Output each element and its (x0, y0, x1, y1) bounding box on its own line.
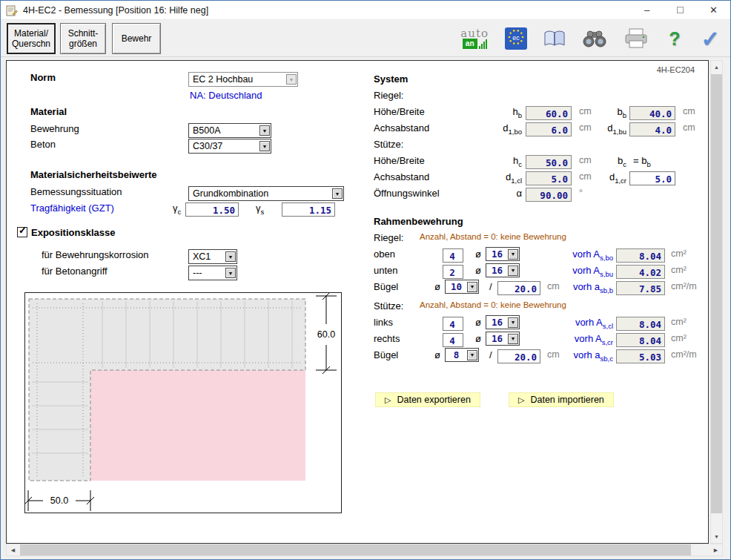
help-button[interactable]: ? (665, 23, 684, 54)
unit-cm2: cm² (671, 333, 687, 343)
links-durchmesser-dropdown[interactable]: 16 ▼ (486, 315, 520, 329)
printer-icon (624, 28, 649, 49)
stuetze-note: Anzahl, Abstand = 0: keine Bewehrung (420, 300, 566, 309)
dropdown-arrow-icon[interactable]: ▼ (508, 249, 518, 260)
achsabstand-label: Achsabstand (374, 171, 429, 182)
title-bar: 4H-EC2 - Bemessung [Position 16: Hilfe n… (1, 1, 730, 20)
import-button[interactable]: ▷ Daten importieren (509, 392, 614, 407)
scroll-left-icon: ◀ (11, 547, 15, 553)
vorh-asbu-field: 4.02 (616, 265, 665, 279)
tab-material-querschnitt[interactable]: Material/ Querschn (7, 23, 56, 54)
riegel-note: Anzahl, Abstand = 0: keine Bewehrung (420, 232, 566, 241)
auto-toggle-button[interactable]: auto an (460, 28, 489, 49)
alpha-field: 90.00 (526, 188, 572, 202)
unten-anzahl-field[interactable]: 2 (443, 265, 463, 279)
scroll-up-button[interactable]: ▲ (711, 61, 722, 73)
stuetze-achsabstand-row: Achsabstand d1,cl 5.0 cm d1,cr 5.0 (7, 171, 710, 186)
riegel-achsabstand-row: Achsabstand d1,bo 6.0 cm d1,bu 4.0 cm (7, 122, 710, 137)
riegel-label: Riegel: (374, 232, 403, 243)
horizontal-scrollbar[interactable]: ◀ ▶ (6, 544, 723, 556)
checkmark-icon: ✓ (701, 26, 719, 52)
buegel-stuetze-abstand-field[interactable]: 20.0 (497, 349, 540, 363)
stuetze-hoehe-field: 50.0 (526, 155, 572, 169)
vorh-ascr-field: 8.04 (616, 333, 665, 347)
eu-ec-icon: ec (505, 27, 527, 50)
literature-button[interactable] (543, 23, 566, 54)
vorh-asbo-label: vorh As,bo (557, 248, 613, 262)
vorh-asbb-label: vorh asb,b (557, 281, 613, 294)
rahmenbewehrung-heading: Rahmenbewehrung (374, 216, 463, 227)
ec-settings-button[interactable]: ec (505, 23, 527, 54)
rahmen-riegel-row: Riegel: Anzahl, Abstand = 0: keine Beweh… (7, 232, 710, 247)
auto-label: auto (460, 28, 489, 39)
gzt-link[interactable]: Tragfähigkeit (GZT) (30, 202, 114, 214)
buegel-riegel-row: Bügel ø 10 ▼ / 20.0 cm vorh asb,b 7.85 c… (7, 281, 710, 296)
d1bu-symbol: d1,bu (589, 122, 626, 136)
oben-durchmesser-dropdown[interactable]: 16 ▼ (486, 247, 520, 261)
minimize-button[interactable]: – (630, 1, 664, 19)
riegel-label: Riegel: (374, 90, 403, 101)
unten-label: unten (374, 265, 398, 276)
dropdown-arrow-icon[interactable]: ▼ (508, 266, 518, 276)
book-icon (543, 29, 566, 48)
d1bo-field: 6.0 (526, 122, 572, 136)
search-button[interactable] (582, 23, 607, 54)
d1bo-symbol: d1,bo (481, 122, 522, 136)
system-heading: System (374, 73, 408, 85)
confirm-button[interactable]: ✓ (701, 23, 720, 54)
vorh-ascl-field: 8.04 (616, 317, 665, 331)
export-button[interactable]: ▷ Daten exportieren (375, 392, 480, 407)
vorh-asbu-label: vorh As,bu (557, 265, 613, 278)
buegel-stuetze-durchmesser-dropdown[interactable]: 8 ▼ (445, 348, 479, 362)
binoculars-icon (582, 29, 607, 48)
scroll-right-button[interactable]: ▶ (710, 544, 722, 556)
dropdown-arrow-icon[interactable]: ▼ (508, 317, 518, 328)
auto-state-badge: an (463, 39, 477, 49)
buegel-riegel-durchmesser-dropdown[interactable]: 10 ▼ (445, 280, 479, 294)
rahmen-stuetze-row: Stütze: Anzahl, Abstand = 0: keine Beweh… (7, 300, 710, 315)
vertical-scrollbar[interactable]: ▲ ▼ (710, 60, 723, 544)
oben-label: oben (374, 248, 395, 260)
dropdown-arrow-icon[interactable]: ▼ (467, 282, 477, 292)
app-window: 4H-EC2 - Bemessung [Position 16: Hilfe n… (0, 0, 731, 560)
oeffnungswinkel-row: Öffnungswinkel α 90.00 ° (7, 188, 710, 202)
question-mark-icon: ? (669, 28, 680, 50)
links-anzahl-field[interactable]: 4 (443, 317, 463, 331)
triangle-right-icon: ▷ (518, 395, 524, 405)
tab-schnittgroessen[interactable]: Schnitt- größen (60, 23, 106, 54)
dropdown-arrow-icon[interactable]: ▼ (508, 334, 518, 344)
unten-durchmesser-dropdown[interactable]: 16 ▼ (486, 263, 520, 277)
gamma-c-field[interactable]: 1.50 (185, 202, 239, 217)
buegel-label: Bügel (374, 349, 398, 360)
scroll-down-button[interactable]: ▼ (711, 530, 722, 543)
vertical-scroll-thumb[interactable] (711, 74, 722, 513)
system-riegel-row: Riegel: (7, 90, 710, 105)
toolbar-icons: auto an ec (460, 22, 720, 56)
print-button[interactable] (624, 23, 649, 54)
close-button[interactable]: ✕ (697, 1, 730, 19)
rechts-durchmesser-dropdown[interactable]: 16 ▼ (486, 332, 520, 346)
slash-separator: / (489, 349, 492, 360)
buegel-riegel-abstand-field[interactable]: 20.0 (497, 281, 540, 295)
maximize-button[interactable] (664, 1, 697, 19)
oben-row: oben 4 ø 16 ▼ vorh As,bo 8.04 cm² (7, 248, 710, 263)
durchmesser-symbol: ø (475, 317, 481, 328)
oben-anzahl-field[interactable]: 4 (443, 248, 463, 263)
riegel-hoehe-breite-row: Höhe/Breite hb 60.0 cm bb 40.0 cm (7, 106, 710, 121)
riegel-hoehe-field: 60.0 (526, 106, 572, 120)
rechts-anzahl-field[interactable]: 4 (443, 333, 463, 347)
tab-bewehrung[interactable]: Bewehr (112, 23, 161, 54)
scroll-right-icon: ▶ (714, 547, 718, 553)
gamma-s-field[interactable]: 1.15 (282, 202, 335, 217)
rechts-label: rechts (374, 333, 400, 344)
unit-cm: cm (683, 122, 695, 133)
dropdown-arrow-icon[interactable]: ▼ (467, 350, 477, 360)
scroll-left-button[interactable]: ◀ (7, 544, 19, 556)
toolbar: Material/ Querschn Schnitt- größen Beweh… (1, 20, 730, 57)
horizontal-scroll-thumb[interactable] (20, 544, 691, 556)
riegel-breite-field: 40.0 (629, 106, 675, 120)
bc-symbol: bc (589, 155, 626, 168)
links-row: links 4 ø 16 ▼ vorh As,cl 8.04 cm² (7, 317, 710, 332)
oeffnungswinkel-label: Öffnungswinkel (374, 188, 440, 199)
d1cr-field[interactable]: 5.0 (629, 171, 675, 185)
